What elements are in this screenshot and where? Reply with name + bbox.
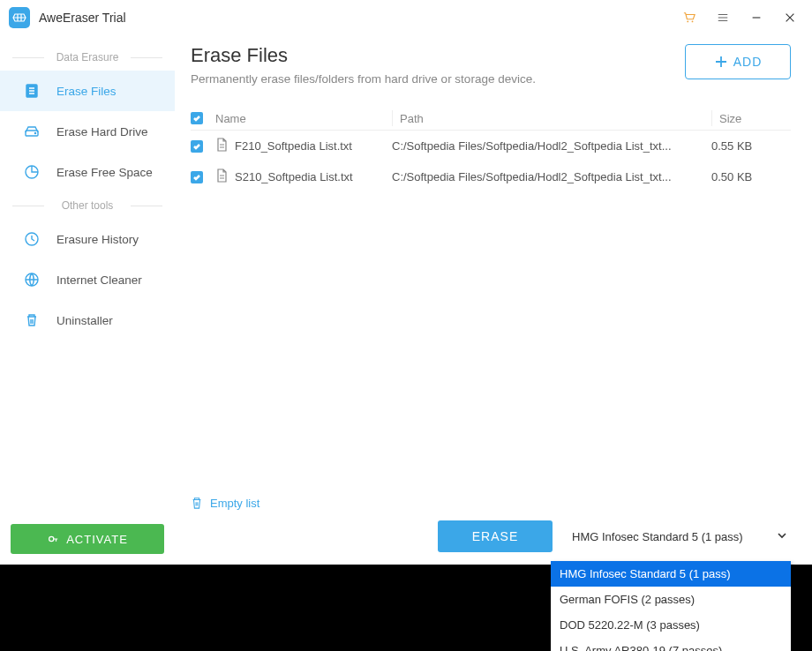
sidebar-item-label: Erase Free Space xyxy=(56,166,153,179)
sidebar-item-erase-files[interactable]: Erase Files xyxy=(0,71,175,111)
app-title: AweEraser Trial xyxy=(39,11,126,25)
row-checkbox[interactable] xyxy=(191,140,203,153)
column-path[interactable]: Path xyxy=(392,110,711,126)
algorithm-option[interactable]: HMG Infosec Standard 5 (1 pass) xyxy=(551,561,791,587)
empty-list-button[interactable]: Empty list xyxy=(191,496,791,510)
page-subtitle: Permanently erase files/folders from har… xyxy=(191,72,536,86)
sidebar-item-label: Erasure History xyxy=(56,233,139,246)
sidebar-item-label: Uninstaller xyxy=(56,314,113,327)
close-button[interactable] xyxy=(773,0,807,35)
erase-button[interactable]: ERASE xyxy=(438,520,553,552)
erase-label: ERASE xyxy=(472,529,518,543)
svg-point-4 xyxy=(34,132,35,133)
sidebar-group-other: Other tools xyxy=(0,192,175,219)
add-label: ADD xyxy=(733,55,763,69)
sidebar-item-label: Erase Hard Drive xyxy=(56,125,148,138)
column-name[interactable]: Name xyxy=(215,112,392,125)
sidebar-item-erasure-history[interactable]: Erasure History xyxy=(0,219,175,259)
clock-icon xyxy=(23,230,41,248)
titlebar: AweEraser Trial xyxy=(0,0,812,35)
file-icon xyxy=(215,168,228,185)
algorithm-select[interactable]: HMG Infosec Standard 5 (1 pass) xyxy=(568,524,791,549)
file-list: F210_Softpedia List.txtC:/Softpedia File… xyxy=(191,131,791,192)
sidebar-item-label: Erase Files xyxy=(56,85,117,98)
sidebar-item-label: Internet Cleaner xyxy=(56,273,142,287)
svg-point-0 xyxy=(687,21,688,23)
file-path: C:/Softpedia Files/Softpedia/Hodl2_Softp… xyxy=(392,170,711,183)
pie-icon xyxy=(23,163,41,181)
empty-list-label: Empty list xyxy=(210,497,259,510)
algorithm-dropdown: HMG Infosec Standard 5 (1 pass)German FO… xyxy=(551,561,791,651)
sidebar-item-erase-freespace[interactable]: Erase Free Space xyxy=(0,152,175,192)
row-checkbox[interactable] xyxy=(191,171,203,183)
files-icon xyxy=(23,82,41,100)
algorithm-option[interactable]: German FOFIS (2 passes) xyxy=(551,587,791,612)
table-header: Name Path Size xyxy=(191,107,791,131)
select-all-checkbox[interactable] xyxy=(191,112,203,124)
trash-icon xyxy=(23,311,41,329)
algorithm-option[interactable]: DOD 5220.22-M (3 passes) xyxy=(551,612,791,638)
sidebar-group-erasure: Data Erasure xyxy=(0,44,175,71)
file-name: S210_Softpedia List.txt xyxy=(235,170,353,183)
algorithm-selected: HMG Infosec Standard 5 (1 pass) xyxy=(572,530,743,543)
harddrive-icon xyxy=(23,123,41,140)
globe-icon xyxy=(23,271,41,288)
table-row[interactable]: F210_Softpedia List.txtC:/Softpedia File… xyxy=(191,131,791,161)
svg-point-1 xyxy=(692,21,694,23)
minimize-button[interactable] xyxy=(740,0,773,35)
sidebar-item-internet-cleaner[interactable]: Internet Cleaner xyxy=(0,259,175,300)
file-size: 0.55 KB xyxy=(711,139,791,153)
table-row[interactable]: S210_Softpedia List.txtC:/Softpedia File… xyxy=(191,161,791,192)
page-title: Erase Files xyxy=(191,44,536,67)
file-icon xyxy=(215,138,228,154)
file-name: F210_Softpedia List.txt xyxy=(235,139,352,153)
main-panel: Erase Files Permanently erase files/fold… xyxy=(175,35,812,565)
column-size[interactable]: Size xyxy=(711,110,791,126)
algorithm-option[interactable]: U.S. Army AR380-19 (7 passes) xyxy=(551,638,791,651)
menu-icon[interactable] xyxy=(706,0,740,35)
chevron-down-icon xyxy=(777,530,787,543)
cart-icon[interactable] xyxy=(673,0,706,35)
app-window: AweEraser Trial Data Erasure Erase Files… xyxy=(0,0,812,565)
activate-label: ACTIVATE xyxy=(66,533,128,546)
file-path: C:/Softpedia Files/Softpedia/Hodl2_Softp… xyxy=(392,139,711,153)
sidebar-item-uninstaller[interactable]: Uninstaller xyxy=(0,300,175,340)
sidebar: Data Erasure Erase Files Erase Hard Driv… xyxy=(0,35,175,565)
add-button[interactable]: ADD xyxy=(685,44,791,79)
sidebar-item-erase-harddrive[interactable]: Erase Hard Drive xyxy=(0,111,175,152)
app-logo-icon xyxy=(9,7,30,28)
file-size: 0.50 KB xyxy=(711,170,791,183)
activate-button[interactable]: ACTIVATE xyxy=(11,524,164,554)
